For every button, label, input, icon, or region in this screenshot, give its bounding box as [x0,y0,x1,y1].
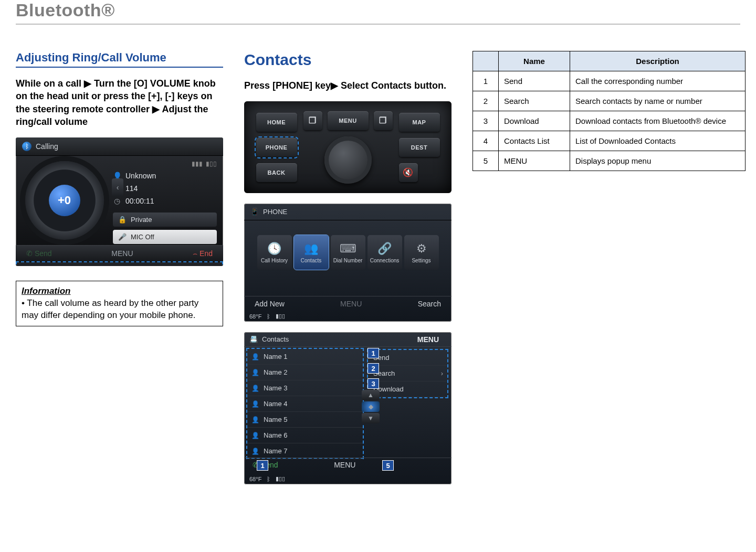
contact-icon: 👤 [251,400,259,408]
information-heading: Information [22,285,217,298]
window-left-icon[interactable]: ❐ [303,111,322,130]
calling-title: Calling [36,142,58,151]
table-row: 3DownloadDownload contacts from Bluetoot… [473,111,746,131]
table-row: 5MENUDisplays popup menu [473,151,746,171]
list-item[interactable]: 👤Name 1 [247,349,363,365]
list-item[interactable]: 👤Name 7 [247,443,363,459]
window-right-icon[interactable]: ❐ [374,111,393,130]
information-body: • The call volume as heard by the other … [22,298,217,322]
mute-key[interactable]: 🔇 [399,163,418,182]
table-row: 2SearchSearch contacts by name or number [473,91,746,111]
phone-volume-bar: 🔊 PHONE VOLUME 12 [16,261,223,266]
speaker-icon: 🔊 [64,266,72,267]
phone-volume-label: PHONE VOLUME [79,266,134,267]
tab-call-history[interactable]: 🕓Call History [257,235,292,270]
tab-dial-number[interactable]: ⌨Dial Number [331,235,365,270]
volume-dial: +0 [16,156,113,245]
search-button[interactable]: Search [418,300,441,308]
bluetooth-icon: ᛒ [22,142,32,151]
private-label: Private [131,216,152,224]
scroll-up-icon[interactable]: ▲ [362,390,380,400]
contact-icon: 👤 [251,369,259,376]
arrow-icon: ▶ [84,77,91,90]
caller-name: Unknown [125,172,156,180]
heading-contacts: Contacts [244,51,452,69]
private-button[interactable]: 🔒Private [113,213,217,227]
bluetooth-status-icon: ᛒ [267,476,270,482]
chevron-right-icon: › [441,369,443,377]
heading-adjust-volume: Adjusting Ring/Call Volume [16,51,223,68]
list-item[interactable]: 👤Name 3 [247,380,363,396]
popup-send[interactable]: Send [368,350,447,366]
menu-button[interactable]: MENU [340,300,362,308]
send-icon: ✆ [26,249,35,258]
dial-icon: ⌨ [340,242,356,256]
screenshot-calling: ᛒ Calling +0 ‹ ▮▮▮▮▯▯ 👤Unknown ✆114 ◷00: [16,137,223,266]
signal-icon: ▮▯▯ [276,475,285,482]
list-item[interactable]: 👤Name 4 [247,396,363,412]
menu-button[interactable]: MENU [111,249,133,258]
send-button[interactable]: ✆ Send [26,249,52,258]
rotary-knob[interactable] [324,136,372,184]
call-history-icon: 🕓 [267,242,281,256]
temperature: 68°F [249,476,261,482]
contacts-icon: 📇 [249,335,258,343]
table-row: 4Contacts ListList of Downloaded Contact… [473,131,746,151]
end-button[interactable]: ⌢ End [193,249,213,258]
add-new-button[interactable]: Add New [255,300,285,308]
list-item[interactable]: 👤Name 5 [247,412,363,428]
tab-connections[interactable]: 🔗Connections [368,235,402,270]
bluetooth-status-icon: ᛒ [267,313,270,320]
header-desc: Description [570,51,746,71]
header-num [473,51,499,71]
popup-download[interactable]: Download [368,381,447,397]
contacts-list[interactable]: 👤Name 1 👤Name 2 👤Name 3 👤Name 4 👤Name 5 … [246,348,364,459]
mic-off-button[interactable]: 🎤MIC Off [113,230,217,244]
instruction-contacts: Press [PHONE] key▶ Select Contacts butto… [244,79,452,92]
battery-icon: ▮▮▮ [192,160,203,167]
call-duration: 00:00:11 [125,197,154,205]
caller-number: 114 [125,184,138,193]
contacts-icon: 👥 [304,242,318,256]
callout-3: 3 [368,378,379,389]
tab-settings[interactable]: ⚙Settings [404,235,439,270]
tab-contacts[interactable]: 👥Contacts [294,235,329,270]
menu-button[interactable]: MENU [334,461,355,469]
home-key[interactable]: HOME [256,113,297,132]
dest-key[interactable]: DEST [399,138,440,157]
menu-label: MENU [417,335,439,344]
reference-table: Name Description 1SendCall the correspon… [472,51,746,171]
callout-menu: 5 [382,460,394,471]
map-key[interactable]: MAP [399,113,440,132]
list-item[interactable]: 👤Name 2 [247,365,363,380]
header-name: Name [499,51,570,71]
phone-icon: 📱 [250,208,259,216]
instruction-adjust-volume: While on a call ▶ Turn the [O] VOLUME kn… [16,77,223,128]
mic-icon: 🎤 [118,233,127,241]
list-item[interactable]: 👤Name 6 [247,428,363,443]
menu-key[interactable]: MENU [328,111,369,130]
settings-icon: ⚙ [416,242,427,256]
callout-send: 1 [257,460,268,471]
back-key[interactable]: BACK [256,163,297,182]
contact-icon: 👤 [251,416,259,423]
table-row: 1SendCall the corresponding number [473,71,746,91]
instr2-part-1: Press [PHONE] key [244,80,331,91]
callout-2: 2 [368,363,379,374]
instr-part-1: While on a call [16,78,84,89]
arrow-icon: ▶ [152,103,160,115]
information-box: Information • The call volume as heard b… [16,281,223,326]
mic-off-label: MIC Off [131,233,154,241]
signal-icon: ▮▯▯ [276,313,285,320]
phone-key[interactable]: PHONE [256,138,297,157]
column-right: Name Description 1SendCall the correspon… [472,51,746,171]
contact-icon: 👤 [251,432,259,439]
clock-icon: ◷ [113,197,121,205]
scroll-down-icon[interactable]: ▼ [362,413,380,423]
signal-icon: ▮▯▯ [206,160,217,167]
popup-search[interactable]: Search› [368,366,447,381]
screenshot-phone-menu: 📱PHONE 🕓Call History 👥Contacts ⌨Dial Num… [244,204,452,322]
page-title: Bluetooth® [16,0,740,20]
instr2-part-2: Select Contacts button. [338,80,446,91]
temperature: 68°F [249,313,261,320]
